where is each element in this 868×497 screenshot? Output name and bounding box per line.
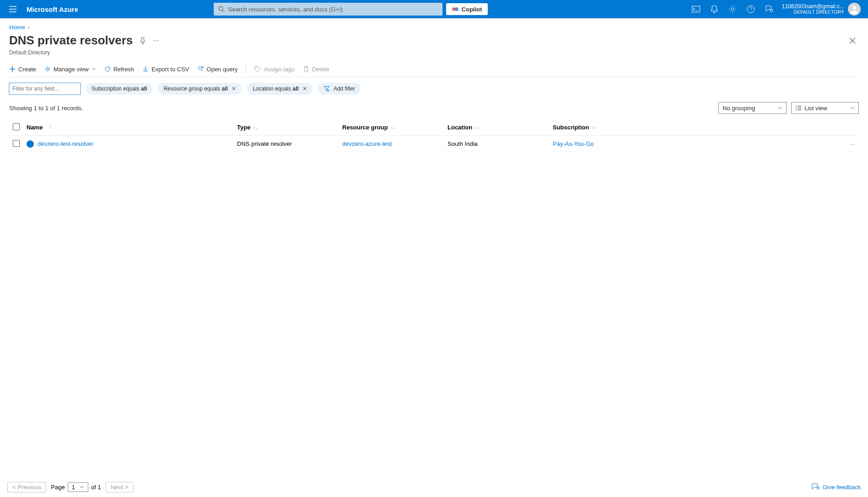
download-icon [142,66,149,72]
svg-point-8 [852,6,856,10]
help-icon[interactable] [742,0,760,18]
breadcrumb-home[interactable]: Home [9,24,25,31]
open-query-button[interactable]: Open query [198,66,238,73]
row-checkbox[interactable] [13,140,20,147]
column-name[interactable]: Name↑ [27,124,237,131]
filter-location[interactable]: Location equals all ✕ [247,83,313,95]
resource-icon [27,140,34,148]
sort-icon: ↑↓ [253,125,258,130]
svg-point-3 [455,7,458,11]
topbar-right: 11062003sam@gmail.c... DEFAULT DIRECTORY [687,0,864,18]
sort-icon: ↑↓ [391,125,395,130]
global-search-input[interactable] [228,6,438,13]
brand-label[interactable]: Microsoft Azure [22,5,86,13]
svg-point-11 [202,67,203,68]
svg-point-0 [219,6,223,11]
global-search[interactable] [214,3,442,16]
chevron-down-icon [850,107,855,109]
close-button[interactable] [846,34,859,47]
create-button[interactable]: Create [9,66,36,73]
give-feedback-button[interactable]: Give feedback [812,483,861,491]
chevron-down-icon [92,68,96,70]
menu-icon[interactable] [4,0,22,18]
query-icon [198,66,204,72]
feedback-icon[interactable] [760,0,778,18]
svg-point-14 [817,487,818,488]
command-bar: Create Manage view Refresh Export to CSV… [9,65,859,77]
select-all-checkbox[interactable] [13,123,20,130]
filter-input[interactable] [9,83,81,95]
footer-bar: < Previous Page 1 of 1 Next > Give feedb… [0,477,868,497]
grouping-dropdown[interactable]: No grouping [718,102,787,114]
next-button[interactable]: Next > [106,482,134,492]
page-select[interactable]: 1 [68,482,88,492]
tag-icon [254,66,261,72]
content-area: Home › DNS private resolvers ··· Default… [0,18,868,477]
cell-location: South India [447,140,553,147]
settings-icon[interactable] [723,0,742,18]
filter-subscription[interactable]: Subscription equals all [86,83,152,95]
top-bar: Microsoft Azure Copilot 11062003sam@gmai… [0,0,868,18]
refresh-icon [104,66,111,72]
column-type[interactable]: Type↑↓ [237,124,342,131]
search-icon [218,6,225,12]
filter-resource-group[interactable]: Resource group equals all ✕ [158,83,242,95]
more-button[interactable]: ··· [153,37,159,45]
column-subscription[interactable]: Subscription↑↓ [553,124,841,131]
table-header: Name↑ Type↑↓ Resource group↑↓ Location↑↓… [9,119,859,136]
table-row: devzero-test-resolver DNS private resolv… [9,136,859,152]
refresh-button[interactable]: Refresh [104,66,135,73]
sort-icon: ↑↓ [475,125,480,130]
column-location[interactable]: Location↑↓ [447,124,553,131]
copilot-button[interactable]: Copilot [446,3,488,15]
svg-point-6 [747,5,755,13]
pin-button[interactable] [139,37,146,44]
svg-line-1 [222,10,224,12]
results-table: Name↑ Type↑↓ Resource group↑↓ Location↑↓… [9,119,859,152]
manage-view-button[interactable]: Manage view [44,66,96,73]
svg-point-5 [731,8,734,11]
row-more-button[interactable]: ··· [841,140,855,147]
svg-point-12 [256,67,257,68]
account-directory: DEFAULT DIRECTORY [782,10,844,15]
delete-button: Delete [303,66,329,73]
close-icon[interactable]: ✕ [232,86,236,92]
svg-point-15 [818,487,819,488]
previous-button[interactable]: < Previous [7,482,46,492]
copilot-label: Copilot [462,6,482,13]
notifications-icon[interactable] [705,0,723,18]
chevron-right-icon: › [28,24,30,31]
page-header: DNS private resolvers ··· [9,33,859,48]
sort-icon: ↑↓ [592,125,596,130]
account-menu[interactable]: 11062003sam@gmail.c... DEFAULT DIRECTORY [778,3,864,16]
plus-icon [9,66,16,72]
svg-point-10 [198,67,201,70]
cloud-shell-icon[interactable] [687,0,705,18]
chevron-down-icon [80,486,84,488]
view-dropdown[interactable]: List view [791,102,859,114]
svg-point-7 [770,9,773,12]
svg-rect-4 [692,6,700,12]
sort-icon: ↑ [49,125,51,130]
add-filter-button[interactable]: Add filter [318,83,361,95]
chevron-down-icon [778,107,782,109]
page-of: of 1 [91,484,101,491]
add-filter-icon [323,86,330,92]
record-count-label: Showing 1 to 1 of 1 records. [9,105,83,112]
column-resource-group[interactable]: Resource group↑↓ [342,124,447,131]
resource-group-link[interactable]: devzero-azure-test [342,140,392,147]
feedback-icon [812,483,820,491]
avatar [848,3,861,16]
svg-point-9 [47,68,49,70]
svg-point-13 [817,486,819,489]
export-csv-button[interactable]: Export to CSV [142,66,189,73]
toolbar-divider [246,65,246,73]
page-title: DNS private resolvers [9,33,133,48]
cell-type: DNS private resolver [237,140,342,147]
close-icon[interactable]: ✕ [302,86,307,92]
subscription-link[interactable]: Pay-As-You-Go [553,140,594,147]
resource-name-link[interactable]: devzero-test-resolver [38,140,93,147]
page-subtitle: Default Directory [9,49,859,56]
filters-row: Subscription equals all Resource group e… [9,83,859,95]
breadcrumb: Home › [9,24,859,31]
